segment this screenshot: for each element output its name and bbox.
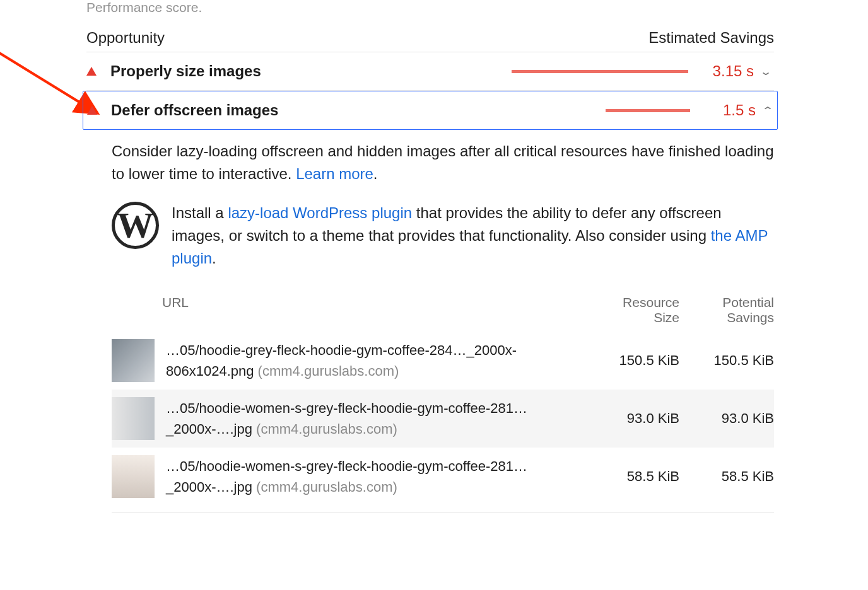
resource-size: 150.5 KiB: [585, 352, 679, 369]
opportunity-title: Defer offscreen images: [111, 101, 513, 119]
lazy-load-plugin-link[interactable]: lazy-load WordPress plugin: [228, 204, 412, 221]
opportunity-title: Properly size images: [110, 62, 512, 80]
resource-thumbnail: [112, 455, 155, 498]
warning-triangle-icon: [87, 106, 97, 115]
potential-savings: 58.5 KiB: [679, 468, 774, 485]
detail-text: Consider lazy-loading offscreen and hidd…: [112, 142, 773, 182]
table-row: …05/hoodie-grey-fleck-hoodie-gym-coffee-…: [112, 332, 774, 390]
table-row: …05/hoodie-women-s-grey-fleck-hoodie-gym…: [112, 390, 774, 448]
potential-savings: 93.0 KiB: [679, 410, 774, 427]
resource-size: 93.0 KiB: [585, 410, 679, 427]
warning-triangle-icon: [86, 67, 97, 76]
th-potential-savings: Potential Savings: [679, 295, 774, 325]
wordpress-icon: W: [112, 202, 159, 249]
table-header: URL Resource Size Potential Savings: [112, 295, 774, 332]
th-resource-size: Resource Size: [585, 295, 679, 325]
opportunities-header: Opportunity Estimated Savings: [86, 29, 774, 52]
savings-value: 3.15 s: [703, 62, 754, 80]
perf-score-label: Performance score.: [86, 0, 774, 15]
resource-url: …05/hoodie-women-s-grey-fleck-hoodie-gym…: [166, 456, 585, 497]
chevron-down-icon[interactable]: ⌄: [758, 66, 775, 78]
opportunity-detail: Consider lazy-loading offscreen and hidd…: [86, 130, 774, 512]
opportunity-row[interactable]: Defer offscreen images 1.5 s ⌃: [83, 91, 778, 130]
col-estimated-savings: Estimated Savings: [648, 29, 774, 47]
savings-value: 1.5 s: [705, 101, 756, 119]
savings-bar: [513, 109, 690, 112]
resource-size: 58.5 KiB: [585, 468, 679, 485]
wordpress-advice: Install a lazy-load WordPress plugin tha…: [172, 202, 774, 270]
resource-host: (cmm4.guruslabs.com): [256, 421, 397, 437]
savings-bar: [512, 70, 688, 73]
resource-url: …05/hoodie-women-s-grey-fleck-hoodie-gym…: [166, 398, 585, 439]
resource-thumbnail: [112, 397, 155, 440]
resource-thumbnail: [112, 339, 155, 382]
resource-url: …05/hoodie-grey-fleck-hoodie-gym-coffee-…: [166, 340, 585, 381]
table-row: …05/hoodie-women-s-grey-fleck-hoodie-gym…: [112, 448, 774, 506]
opportunity-row[interactable]: Properly size images 3.15 s ⌄: [86, 52, 774, 91]
resources-table: URL Resource Size Potential Savings …05/…: [112, 295, 774, 512]
learn-more-link[interactable]: Learn more: [296, 165, 373, 182]
potential-savings: 150.5 KiB: [679, 352, 774, 369]
col-opportunity: Opportunity: [86, 29, 165, 47]
detail-description: Consider lazy-loading offscreen and hidd…: [112, 140, 774, 185]
th-url: URL: [112, 295, 585, 325]
resource-host: (cmm4.guruslabs.com): [258, 363, 399, 379]
divider: [112, 512, 774, 512]
chevron-up-icon[interactable]: ⌃: [760, 105, 777, 117]
resource-host: (cmm4.guruslabs.com): [256, 479, 397, 495]
